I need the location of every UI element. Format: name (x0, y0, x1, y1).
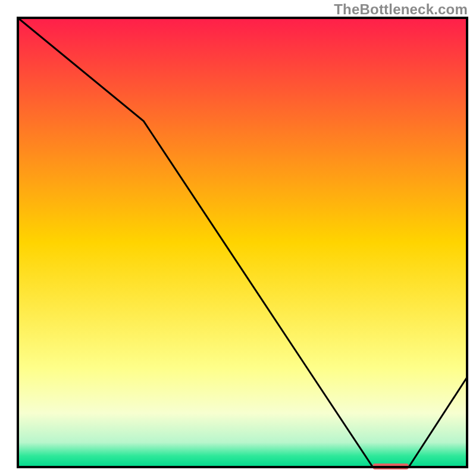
chart-container: TheBottleneck.com (0, 0, 476, 476)
plot-background (18, 18, 467, 467)
bottleneck-chart (0, 0, 476, 476)
